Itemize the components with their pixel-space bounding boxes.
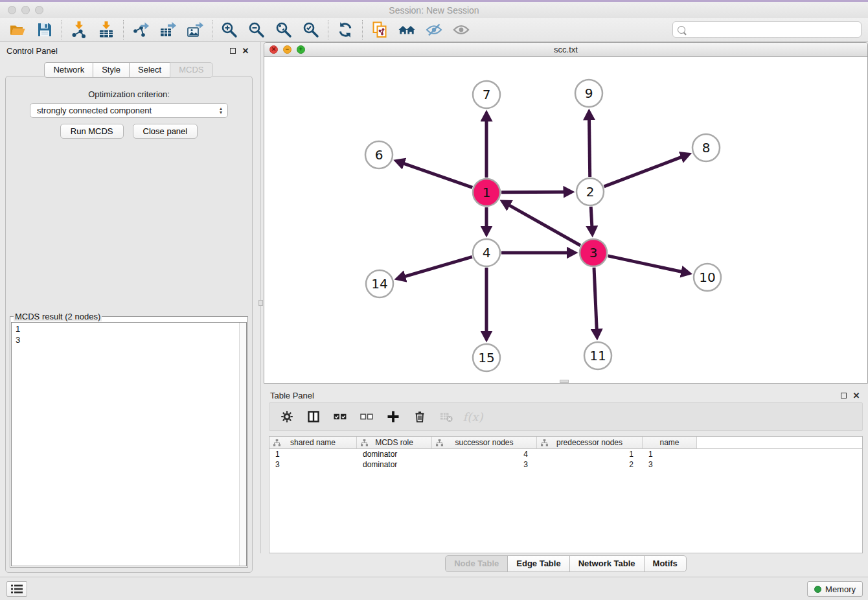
tab-select[interactable]: Select [129,62,170,78]
mcds-tab-content: Optimization criterion: strongly connect… [5,76,253,573]
function-label: f(x) [463,410,483,424]
zoom-in-icon[interactable] [216,19,243,40]
show-panels-button[interactable] [6,581,27,597]
column-hierarchy-icon [273,439,280,448]
table-cell: 1 [269,449,357,459]
column-hierarchy-icon [436,439,443,448]
graph-node-label: 4 [483,245,491,260]
export-network-icon[interactable] [127,19,154,40]
graph-node-label: 11 [589,348,606,363]
table-body: 1dominator4113dominator323 [269,449,862,470]
tab-motifs[interactable]: Motifs [644,555,687,572]
graph-edge-4-14[interactable] [404,257,472,276]
column-header-name[interactable]: name [643,437,697,448]
tab-network-table[interactable]: Network Table [569,555,645,572]
close-panel-button[interactable]: ✕ [240,45,251,56]
table-cell: dominator [357,459,432,470]
graph-edge-3-10[interactable] [608,256,681,272]
table-cell: 3 [432,459,537,470]
control-panel-tabs: NetworkStyleSelectMCDS [0,62,257,78]
column-header-predecessor-nodes[interactable]: predecessor nodes [537,437,643,448]
deselect-all-rows-icon[interactable] [358,408,375,425]
column-hierarchy-icon [541,439,548,448]
search-input[interactable] [689,24,861,36]
add-column-icon[interactable] [385,408,402,425]
tab-style[interactable]: Style [93,62,130,78]
close-panel-action-button[interactable]: Close panel [133,124,198,139]
toolbar-separator [362,20,363,40]
canvas-resize-grip[interactable] [560,380,569,383]
graph-edge-1-6[interactable] [404,163,473,187]
close-table-panel-button[interactable]: ✕ [851,390,862,400]
splitter-grip[interactable] [258,300,263,306]
zoom-out-icon[interactable] [243,19,270,40]
delete-columns-icon[interactable] [411,408,428,425]
float-panel-button[interactable] [227,45,238,56]
network-view-window: ✕ − + scc.txt 7968124314101511 [264,42,868,384]
column-header-label: predecessor nodes [556,438,622,447]
graph-node-label: 7 [483,87,491,102]
network-canvas[interactable]: 7968124314101511 [264,57,867,383]
save-session-icon[interactable] [31,19,58,40]
graph-edge-2-3[interactable] [591,207,592,227]
first-neighbors-icon[interactable] [393,19,420,40]
column-header-shared-name[interactable]: shared name [269,437,357,448]
tab-mcds[interactable]: MCDS [170,62,212,78]
import-table-icon[interactable] [93,19,120,40]
column-header-mcds-role[interactable]: MCDS role [357,437,432,448]
hide-details-icon[interactable] [420,19,448,40]
float-icon [841,393,847,398]
zoom-selected-icon[interactable] [297,19,325,40]
new-network-from-selection-icon[interactable] [366,19,393,40]
zoom-fit-icon[interactable] [270,19,297,40]
toolbar-separator [328,20,328,40]
tab-node-table[interactable]: Node Table [445,555,508,572]
graph-edge-3-11[interactable] [594,268,597,330]
graph-edge-1-2[interactable] [501,192,564,192]
toolbar-separator [123,20,124,40]
table-cell: 4 [432,449,537,459]
apply-function-icon: f(x) [464,408,481,425]
select-all-rows-icon[interactable] [332,408,348,425]
node-table: shared nameMCDS rolesuccessor nodesprede… [269,436,863,553]
column-hierarchy-icon [361,439,368,448]
list-icon [11,584,23,594]
graph-node-label: 15 [478,350,494,365]
float-table-panel-button[interactable] [838,390,849,400]
table-row[interactable]: 3dominator323 [269,459,862,470]
graph-edge-3-1[interactable] [509,205,580,246]
table-settings-icon[interactable] [279,408,295,425]
export-image-icon[interactable] [181,19,209,40]
graph-node-label: 1 [483,185,491,200]
apply-layout-icon[interactable] [332,19,359,40]
graph-edge-2-8[interactable] [604,157,682,187]
table-cell: 3 [643,459,697,470]
table-cell: 2 [537,459,643,470]
tab-edge-table[interactable]: Edge Table [507,555,569,572]
table-row[interactable]: 1dominator411 [269,449,862,459]
optimization-criterion-select[interactable]: strongly connected component ▴▾ [30,103,228,118]
import-network-icon[interactable] [65,19,93,40]
mcds-result-box[interactable]: 13 [11,322,247,566]
run-mcds-button[interactable]: Run MCDS [60,124,124,139]
table-cell: 1 [643,449,697,459]
scrollbar[interactable] [239,323,246,566]
tab-network[interactable]: Network [44,62,93,78]
graph-node-label: 9 [585,86,593,101]
status-bar: Memory [0,577,868,600]
search-field[interactable] [672,21,862,38]
panel-splitter[interactable] [257,42,264,577]
memory-status-icon [814,586,821,593]
show-hide-columns-icon[interactable] [305,408,322,425]
table-panel-title: Table Panel [270,391,314,400]
memory-button[interactable]: Memory [807,581,863,597]
search-icon [678,26,685,34]
graph-edge-2-9[interactable] [589,119,590,177]
show-details-icon[interactable] [448,19,475,40]
export-table-icon[interactable] [154,19,181,40]
close-icon: ✕ [853,391,860,400]
open-session-icon[interactable] [4,19,31,40]
network-window-titlebar[interactable]: ✕ − + scc.txt [264,43,867,57]
selected-option: strongly connected component [37,106,220,115]
column-header-successor-nodes[interactable]: successor nodes [432,437,537,448]
